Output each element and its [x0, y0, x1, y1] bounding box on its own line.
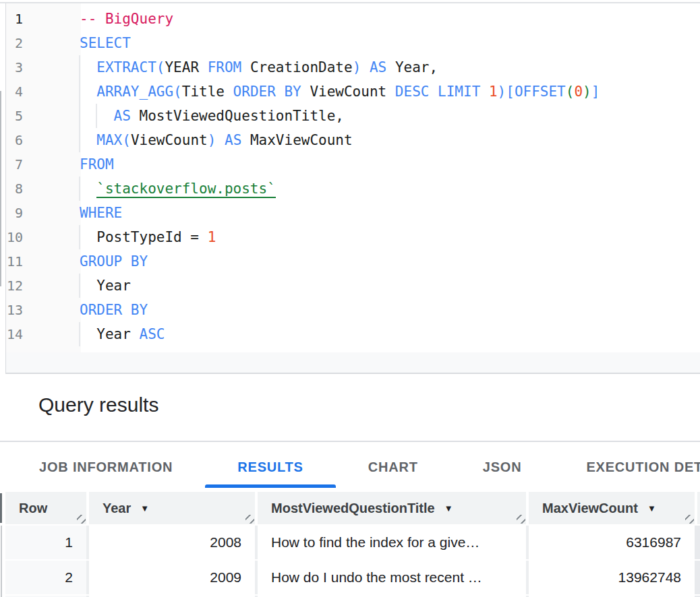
- code-token: [80, 181, 96, 197]
- editor-footer-strip: [6, 352, 700, 373]
- column-header-year[interactable]: Year▼: [89, 492, 255, 524]
- code-line-content[interactable]: PostTypeId = 1: [80, 225, 694, 249]
- code-line-content[interactable]: SELECT: [80, 31, 694, 55]
- code-token: [80, 132, 96, 148]
- column-header-overflow: [697, 492, 700, 524]
- indent-guide: [79, 104, 80, 128]
- indent-guide: [79, 80, 80, 104]
- table-reference-link[interactable]: `stackoverflow.posts`: [96, 181, 276, 198]
- code-token: [80, 229, 96, 245]
- code-token: PostTypeId =: [96, 229, 207, 245]
- column-resize-handle[interactable]: [517, 515, 525, 524]
- left-scrollbar[interactable]: [0, 91, 1, 286]
- code-line: 5 AS MostViewedQuestionTitle,: [6, 104, 694, 128]
- code-token: Year,: [386, 59, 438, 75]
- code-token: FROM: [80, 156, 114, 172]
- code-token: (: [122, 132, 131, 148]
- indent-guide: [79, 225, 80, 249]
- line-number: 14: [6, 326, 81, 342]
- sort-dropdown-icon[interactable]: ▼: [140, 503, 149, 513]
- sort-dropdown-icon[interactable]: ▼: [444, 503, 453, 513]
- indent-guide: [96, 104, 97, 128]
- code-line: 12 Year: [6, 274, 694, 298]
- cell-year: 2009: [89, 561, 255, 594]
- column-header-maxviewcount[interactable]: MaxViewCount▼: [529, 492, 695, 524]
- code-token: ViewCount: [131, 132, 208, 148]
- indent-guide: [79, 274, 80, 298]
- code-token: -- BigQuery: [80, 11, 173, 27]
- code-lines[interactable]: 1-- BigQuery2SELECT3 EXTRACT(YEAR FROM C…: [6, 7, 694, 346]
- cell-row-index: 2: [5, 561, 86, 594]
- column-header-mostviewedquestiontitle[interactable]: MostViewedQuestionTitle▼: [258, 492, 526, 524]
- code-line-content[interactable]: WHERE: [80, 201, 694, 225]
- line-number: 3: [6, 59, 81, 75]
- code-line-content[interactable]: Year ASC: [80, 322, 694, 346]
- code-token: OFFSET: [515, 84, 566, 100]
- column-resize-handle[interactable]: [245, 515, 254, 524]
- code-token: [361, 59, 370, 75]
- code-line-content[interactable]: Year: [80, 274, 694, 298]
- code-token: [429, 84, 438, 100]
- code-token: [80, 84, 96, 100]
- tab-execution-details[interactable]: EXECUTION DETAILS: [554, 442, 700, 492]
- tab-results[interactable]: RESULTS: [205, 442, 335, 492]
- line-number: 7: [6, 156, 81, 172]
- code-line: 11GROUP BY: [6, 249, 694, 274]
- code-line-content[interactable]: ARRAY_AGG(Title ORDER BY ViewCount DESC …: [80, 80, 694, 104]
- tab-label: JOB INFORMATION: [39, 460, 173, 475]
- code-token: [80, 326, 96, 342]
- page-title: Query results: [38, 394, 158, 416]
- line-number: 10: [6, 229, 81, 245]
- indent-guide: [79, 322, 80, 346]
- code-token: DESC: [395, 84, 430, 100]
- code-line-content[interactable]: GROUP BY: [80, 249, 694, 274]
- tab-label: RESULTS: [237, 460, 303, 475]
- code-line-content[interactable]: EXTRACT(YEAR FROM CreationDate) AS Year,: [80, 55, 694, 80]
- column-label: Year: [103, 501, 131, 516]
- line-number: 12: [6, 278, 81, 294]
- tab-json[interactable]: JSON: [450, 442, 554, 492]
- code-token: CreationDate: [241, 59, 352, 75]
- code-token: FROM: [208, 59, 242, 75]
- code-token: )[: [498, 84, 515, 100]
- tab-label: JSON: [483, 460, 522, 475]
- code-line: 3 EXTRACT(YEAR FROM CreationDate) AS Yea…: [6, 55, 694, 80]
- vertical-scrollbar[interactable]: [1, 526, 2, 597]
- results-tab-bar: JOB INFORMATIONRESULTSCHARTJSONEXECUTION…: [0, 442, 700, 492]
- code-line-content[interactable]: ORDER BY: [80, 298, 694, 322]
- column-header-row: Row: [5, 492, 86, 524]
- cell-row-index: 1: [5, 526, 86, 559]
- code-token: (: [173, 84, 182, 100]
- code-token: EXTRACT: [96, 59, 156, 75]
- code-line-content[interactable]: MAX(ViewCount) AS MaxViewCount: [80, 128, 694, 152]
- column-label: MostViewedQuestionTitle: [271, 501, 435, 516]
- vertical-scrollbar-header-segment[interactable]: [0, 493, 2, 523]
- tab-job-information[interactable]: JOB INFORMATION: [7, 442, 205, 492]
- tab-chart[interactable]: CHART: [336, 442, 450, 492]
- code-line-content[interactable]: AS MostViewedQuestionTitle,: [80, 104, 694, 128]
- line-number: 11: [6, 253, 81, 270]
- code-token: [80, 59, 96, 75]
- cell-most-viewed-question-title: How do I undo the most recent …: [258, 561, 526, 594]
- code-line-content[interactable]: FROM: [80, 152, 694, 177]
- sort-dropdown-icon[interactable]: ▼: [647, 503, 656, 513]
- code-token: 0: [574, 84, 583, 100]
- column-resize-handle[interactable]: [685, 515, 694, 524]
- code-token: ): [583, 84, 591, 100]
- table-row: 12008How to find the index for a give…63…: [5, 526, 700, 559]
- line-number: 2: [6, 35, 81, 51]
- indent-guide: [79, 128, 80, 152]
- editor-left-border: [5, 3, 6, 373]
- column-resize-handle[interactable]: [77, 515, 86, 524]
- code-token: MostViewedQuestionTitle,: [131, 108, 344, 124]
- code-line: 4 ARRAY_AGG(Title ORDER BY ViewCount DES…: [6, 80, 694, 104]
- sql-code-editor[interactable]: 1-- BigQuery2SELECT3 EXTRACT(YEAR FROM C…: [0, 3, 700, 373]
- code-token: ViewCount: [301, 84, 395, 100]
- code-token: YEAR: [165, 59, 207, 75]
- code-token: SELECT: [80, 35, 131, 51]
- code-line-content[interactable]: `stackoverflow.posts`: [80, 177, 694, 201]
- code-token: Year: [96, 278, 131, 294]
- line-number: 1: [6, 11, 81, 27]
- code-token: ]: [591, 84, 600, 100]
- code-line-content[interactable]: -- BigQuery: [80, 7, 694, 31]
